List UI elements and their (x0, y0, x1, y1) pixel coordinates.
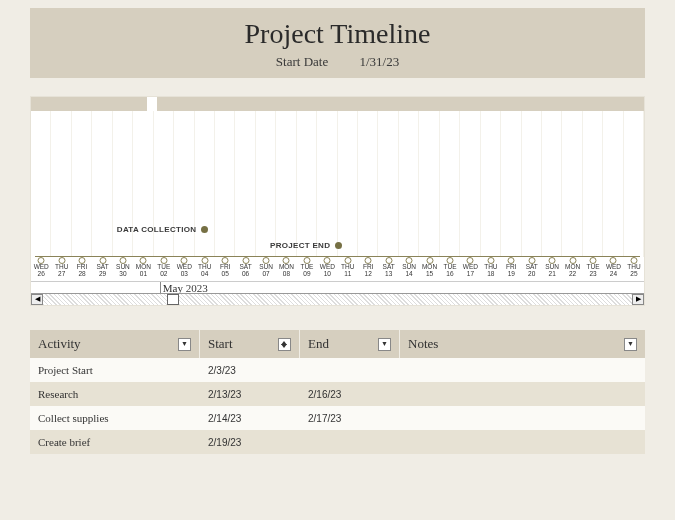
axis-tick: THU27 (51, 263, 71, 277)
timeline-range-bar (31, 97, 147, 111)
grid-column (522, 111, 542, 257)
axis-tick: WED10 (317, 263, 337, 277)
milestone-marker: PROJECT END (270, 241, 342, 250)
milestone-label: DATA COLLECTION (117, 225, 196, 234)
grid-column (174, 111, 194, 257)
axis-tick: SAT06 (235, 263, 255, 277)
milestone-dot-icon (335, 242, 342, 249)
cell-activity: Collect supplies (30, 412, 200, 424)
grid-column (542, 111, 562, 257)
filter-dropdown-icon[interactable]: ▼ (178, 338, 191, 351)
activity-table: Activity ▼ Start End ▼ Notes ▼ Project S… (30, 330, 645, 454)
axis-tick: TUE02 (154, 263, 174, 277)
timeline-axis: WED26THU27FRI28SAT29SUN30MON01TUE02WED03… (31, 263, 644, 277)
cell-activity: Project Start (30, 364, 200, 376)
filter-dropdown-icon[interactable]: ▼ (624, 338, 637, 351)
milestone-dot-icon (201, 226, 208, 233)
col-header-end-label: End (308, 336, 329, 352)
table-row[interactable]: Research2/13/232/16/23 (30, 382, 645, 406)
milestone-marker: DATA COLLECTION (117, 225, 208, 234)
cell-start: 2/3/23 (200, 365, 300, 376)
col-header-start: Start (200, 330, 300, 358)
grid-column (51, 111, 71, 257)
axis-tick: SAT29 (92, 263, 112, 277)
grid-column (195, 111, 215, 257)
cell-start: 2/19/23 (200, 437, 300, 448)
axis-tick: WED03 (174, 263, 194, 277)
grid-column (358, 111, 378, 257)
table-row[interactable]: Collect supplies2/14/232/17/23 (30, 406, 645, 430)
table-header-row: Activity ▼ Start End ▼ Notes ▼ (30, 330, 645, 358)
axis-tick: FRI28 (72, 263, 92, 277)
axis-tick: WED26 (31, 263, 51, 277)
cell-activity: Create brief (30, 436, 200, 448)
grid-column (72, 111, 92, 257)
scroll-thumb[interactable] (167, 294, 179, 305)
start-date-value: 1/31/23 (359, 54, 399, 70)
timeline-range-bar (157, 97, 644, 111)
grid-column (624, 111, 644, 257)
grid-column (501, 111, 521, 257)
axis-tick: FRI05 (215, 263, 235, 277)
axis-tick: SUN14 (399, 263, 419, 277)
grid-column (276, 111, 296, 257)
grid-column (460, 111, 480, 257)
axis-tick: SAT13 (378, 263, 398, 277)
grid-column (603, 111, 623, 257)
col-header-activity: Activity ▼ (30, 330, 200, 358)
grid-column (92, 111, 112, 257)
axis-tick: TUE09 (297, 263, 317, 277)
axis-tick: THU04 (195, 263, 215, 277)
axis-tick: WED24 (603, 263, 623, 277)
grid-column (399, 111, 419, 257)
sort-icon[interactable] (278, 338, 291, 351)
grid-column (256, 111, 276, 257)
grid-column (562, 111, 582, 257)
axis-tick: TUE16 (440, 263, 460, 277)
axis-tick: THU25 (624, 263, 644, 277)
grid-column (481, 111, 501, 257)
grid-column (31, 111, 51, 257)
axis-tick: MON15 (419, 263, 439, 277)
grid-column (113, 111, 133, 257)
milestone-label: PROJECT END (270, 241, 330, 250)
cell-start: 2/13/23 (200, 389, 300, 400)
grid-column (440, 111, 460, 257)
axis-tick: MON08 (276, 263, 296, 277)
axis-tick: SUN30 (113, 263, 133, 277)
grid-column (154, 111, 174, 257)
col-header-notes: Notes ▼ (400, 330, 645, 358)
scroll-left-button[interactable]: ◀ (31, 294, 43, 305)
col-header-notes-label: Notes (408, 336, 438, 352)
scroll-track[interactable] (43, 294, 632, 305)
grid-column (583, 111, 603, 257)
axis-tick: SUN07 (256, 263, 276, 277)
timeline-scrollbar: May 2023 ◀ ▶ (31, 281, 644, 305)
cell-start: 2/14/23 (200, 413, 300, 424)
grid-column (378, 111, 398, 257)
axis-tick: MON01 (133, 263, 153, 277)
table-row[interactable]: Create brief2/19/23 (30, 430, 645, 454)
grid-column (235, 111, 255, 257)
grid-column (215, 111, 235, 257)
axis-tick: TUE23 (583, 263, 603, 277)
axis-tick: THU11 (338, 263, 358, 277)
table-row[interactable]: Project Start2/3/23 (30, 358, 645, 382)
header-banner: Project Timeline Start Date 1/31/23 (30, 8, 645, 78)
start-date-label: Start Date (276, 54, 328, 70)
grid-column (297, 111, 317, 257)
scroll-right-button[interactable]: ▶ (632, 294, 644, 305)
grid-column (133, 111, 153, 257)
cell-end: 2/16/23 (300, 389, 400, 400)
col-header-start-label: Start (208, 336, 233, 352)
grid-column (338, 111, 358, 257)
axis-tick: MON22 (562, 263, 582, 277)
filter-dropdown-icon[interactable]: ▼ (378, 338, 391, 351)
cell-activity: Research (30, 388, 200, 400)
cell-end: 2/17/23 (300, 413, 400, 424)
axis-tick: WED17 (460, 263, 480, 277)
axis-tick: SAT20 (522, 263, 542, 277)
axis-tick: SUN21 (542, 263, 562, 277)
grid-column (317, 111, 337, 257)
axis-tick: THU18 (481, 263, 501, 277)
